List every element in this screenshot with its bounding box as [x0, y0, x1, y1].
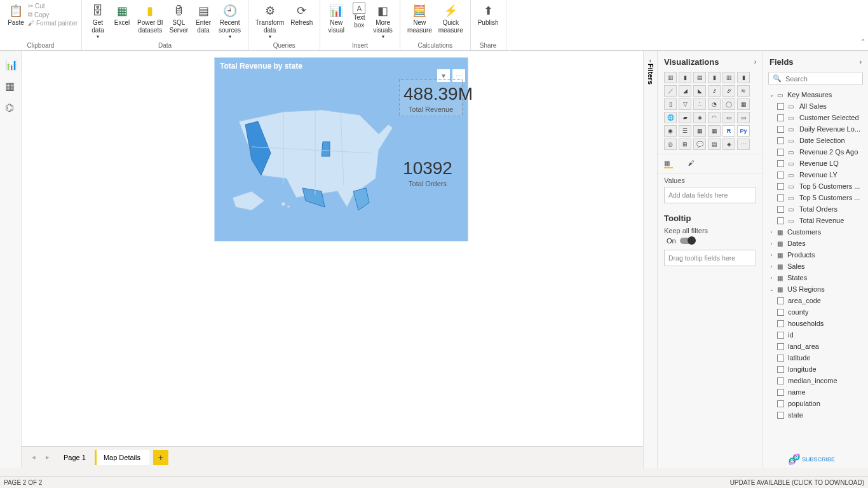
viz-ribbon[interactable]: ≋ — [737, 85, 750, 97]
field-item[interactable]: ▭Date Selection — [776, 135, 865, 146]
checkbox[interactable] — [777, 343, 784, 350]
viz-funnel[interactable]: ▽ — [679, 98, 691, 110]
quick-measure-button[interactable]: ⚡Quick measure — [435, 1, 466, 35]
checkbox[interactable] — [777, 149, 784, 156]
update-link[interactable]: UPDATE AVAILABLE (CLICK TO DOWNLOAD) — [730, 479, 864, 486]
field-item[interactable]: ▭Top 5 Customers ... — [776, 180, 865, 192]
field-item[interactable]: ▭Revenue LY — [776, 169, 865, 180]
field-item[interactable]: ▭Total Orders — [776, 203, 865, 215]
viz-map[interactable]: 🌐 — [664, 112, 677, 123]
add-page-button[interactable]: + — [153, 450, 168, 465]
table-states[interactable]: ›▦States — [767, 272, 865, 283]
viz-line-column2[interactable]: ⫻ — [722, 85, 735, 97]
field-item[interactable]: ▭Top 5 Customers ... — [776, 192, 865, 203]
report-view-button[interactable]: 📊 — [5, 58, 17, 70]
ribbon-collapse-icon[interactable]: ⌃ — [860, 38, 865, 45]
viz-clustered-bar[interactable]: ▤ — [693, 72, 706, 83]
checkbox[interactable] — [777, 103, 784, 110]
checkbox[interactable] — [777, 172, 784, 179]
field-item[interactable]: ▭Customer Selected — [776, 112, 865, 123]
viz-clustered-column[interactable]: ▮ — [708, 72, 721, 83]
viz-more[interactable]: ⋯ — [737, 139, 750, 150]
tab-map-details[interactable]: Map Details — [95, 450, 149, 465]
viz-line[interactable]: ／ — [664, 85, 677, 97]
excel-button[interactable]: ▦Excel — [110, 1, 134, 28]
cut-button[interactable]: ✂Cut — [28, 3, 78, 10]
table-products[interactable]: ›▦Products — [767, 249, 865, 261]
checkbox[interactable] — [777, 400, 784, 407]
copy-button[interactable]: ⧉Copy — [28, 11, 78, 18]
checkbox[interactable] — [777, 355, 784, 362]
field-item[interactable]: area_code — [776, 295, 865, 306]
viz-table[interactable]: ▦ — [693, 125, 706, 137]
transform-button[interactable]: ⚙Transform data▾ — [252, 1, 287, 41]
viz-100-bar[interactable]: ▥ — [722, 72, 735, 83]
viz-stacked-column[interactable]: ▮ — [679, 72, 691, 83]
keep-filters-toggle[interactable] — [680, 238, 695, 244]
get-data-button[interactable]: 🗄Get data▾ — [86, 1, 110, 41]
viz-slicer[interactable]: ☰ — [679, 125, 691, 137]
checkbox[interactable] — [777, 206, 784, 213]
viz-pie[interactable]: ◔ — [708, 98, 721, 110]
fields-search[interactable]: 🔍 — [768, 72, 863, 85]
checkbox[interactable] — [777, 389, 784, 396]
field-item[interactable]: ▭Total Revenue — [776, 215, 865, 226]
recent-sources-button[interactable]: 🕘Recent sources▾ — [215, 1, 244, 41]
tab-page-1[interactable]: Page 1 — [55, 450, 95, 465]
field-item[interactable]: longitude — [776, 363, 865, 375]
checkbox[interactable] — [777, 194, 784, 201]
viz-r[interactable]: R — [722, 125, 735, 137]
field-item[interactable]: households — [776, 318, 865, 329]
field-item[interactable]: ▭Daily Revenue Lo... — [776, 123, 865, 135]
checkbox[interactable] — [777, 126, 784, 133]
table-sales[interactable]: ›▦Sales — [767, 261, 865, 272]
text-box-button[interactable]: AText box — [348, 1, 370, 30]
viz-waterfall[interactable]: ▯ — [664, 98, 677, 110]
table-us-regions[interactable]: ⌄▦US Regions — [767, 283, 865, 295]
pbi-datasets-button[interactable]: ▮Power BI datasets — [134, 1, 166, 35]
checkbox[interactable] — [777, 297, 784, 304]
model-view-button[interactable]: ⌬ — [5, 102, 17, 113]
viz-filled-map[interactable]: ▰ — [679, 112, 691, 123]
checkbox[interactable] — [777, 377, 784, 384]
table-dates[interactable]: ›▦Dates — [767, 238, 865, 249]
report-canvas[interactable]: Total Revenue by state ▼ ⋯ 488.39M — [22, 51, 643, 468]
checkbox[interactable] — [777, 332, 784, 339]
new-visual-button[interactable]: 📊New visual — [324, 1, 348, 35]
tab-prev-button[interactable]: ◂ — [27, 451, 41, 464]
field-item[interactable]: land_area — [776, 341, 865, 352]
viz-treemap[interactable]: ▦ — [737, 98, 750, 110]
viz-arcgis[interactable]: ◈ — [722, 139, 735, 150]
fields-tab-icon[interactable]: ▦ — [664, 159, 673, 168]
format-tab-icon[interactable]: 🖌 — [688, 159, 697, 168]
format-painter-button[interactable]: 🖌Format painter — [28, 20, 78, 27]
card-total-revenue[interactable]: 488.39M Total Revenue — [399, 79, 463, 116]
viz-qa[interactable]: 💬 — [693, 139, 706, 150]
checkbox[interactable] — [777, 137, 784, 144]
tab-next-button[interactable]: ▸ — [41, 451, 55, 464]
checkbox[interactable] — [777, 183, 784, 190]
field-item[interactable]: ▭Revenue 2 Qs Ago — [776, 146, 865, 158]
checkbox[interactable] — [777, 160, 784, 167]
viz-key-influencers[interactable]: ◎ — [664, 139, 677, 150]
viz-kpi[interactable]: ◉ — [664, 125, 677, 137]
field-item[interactable]: ▭All Sales — [776, 100, 865, 112]
enter-data-button[interactable]: ▤Enter data — [191, 1, 215, 35]
more-visuals-button[interactable]: ◧More visuals▾ — [370, 1, 396, 41]
tooltip-field-well[interactable]: Drag tooltip fields here — [664, 250, 756, 266]
fields-search-input[interactable] — [785, 75, 868, 83]
checkbox[interactable] — [777, 366, 784, 373]
field-item[interactable]: latitude — [776, 352, 865, 363]
field-item[interactable]: id — [776, 329, 865, 341]
table-key-measures[interactable]: ⌄▭Key Measures — [767, 89, 865, 100]
viz-card[interactable]: ▭ — [722, 112, 735, 123]
checkbox[interactable] — [777, 114, 784, 121]
field-item[interactable]: name — [776, 386, 865, 398]
viz-matrix[interactable]: ▦ — [708, 125, 721, 137]
viz-gauge[interactable]: ◠ — [708, 112, 721, 123]
data-view-button[interactable]: ▦ — [5, 80, 17, 92]
filters-pane-collapsed[interactable]: ‹ Filters — [643, 51, 657, 468]
viz-multi-card[interactable]: ▭ — [737, 112, 750, 123]
checkbox[interactable] — [777, 309, 784, 316]
chevron-right-icon[interactable]: › — [754, 58, 756, 65]
